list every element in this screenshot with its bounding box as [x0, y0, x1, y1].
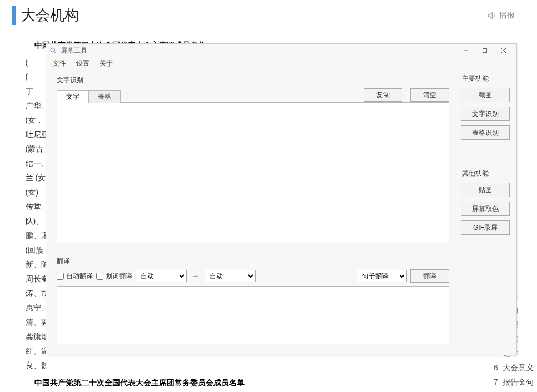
- table-ocr-button[interactable]: 表格识别: [461, 125, 510, 140]
- ocr-button[interactable]: 文字识别: [461, 107, 510, 121]
- body-line: 结一、: [17, 156, 46, 170]
- window-title: 屏幕工具: [61, 46, 87, 56]
- arrow-icon: →: [190, 272, 201, 280]
- body-line: 良、魏: [17, 358, 46, 373]
- body-line: 吐尼亚: [17, 127, 46, 142]
- body-line: (女): [17, 185, 46, 199]
- nav-item[interactable]: 6大会意义: [488, 361, 537, 375]
- audio-label: 播报: [499, 11, 515, 21]
- body-line: (回族: [17, 243, 46, 257]
- audio-broadcast[interactable]: 播报: [487, 11, 515, 21]
- color-picker-button[interactable]: 屏幕取色: [461, 202, 510, 216]
- translate-panel-title: 翻译: [57, 257, 449, 266]
- body-line: 传堂、: [17, 199, 46, 214]
- clear-button[interactable]: 清空: [410, 88, 449, 102]
- sidebar-other-title: 其他功能: [460, 167, 511, 180]
- body-line: 惠宁、: [17, 300, 46, 315]
- menu-bar: 文件 设置 关于: [46, 57, 516, 69]
- menu-settings[interactable]: 设置: [76, 59, 90, 68]
- lang-to-select[interactable]: 自动: [205, 270, 256, 282]
- app-icon: [49, 47, 57, 54]
- minimize-button[interactable]: [456, 44, 475, 57]
- body-text-clip: ( ( 丁 广华、 (女， 吐尼亚 (蒙古 结一、 兰 (女 (女) 传堂、 队…: [17, 55, 46, 373]
- select-translate-checkbox[interactable]: 划词翻译: [96, 272, 132, 281]
- body-line: 新、陈: [17, 257, 46, 272]
- body-line: (蒙古: [17, 142, 46, 156]
- body-line: (: [17, 55, 46, 69]
- title-bar: 屏幕工具: [46, 44, 516, 57]
- body-line: 红、温: [17, 344, 46, 358]
- body-line: 周长奎: [17, 272, 46, 286]
- sidebar-main-title: 主要功能: [460, 72, 511, 86]
- screenshot-button[interactable]: 截图: [461, 88, 510, 102]
- tab-table[interactable]: 表格: [88, 90, 121, 103]
- pin-button[interactable]: 贴图: [461, 183, 510, 197]
- translate-button[interactable]: 翻译: [410, 269, 449, 283]
- svg-rect-3: [483, 49, 487, 53]
- body-line: 涛、胡: [17, 286, 46, 300]
- auto-translate-label: 自动翻译: [66, 272, 93, 281]
- maximize-button[interactable]: [475, 44, 494, 57]
- gif-record-button[interactable]: GIF录屏: [461, 220, 510, 235]
- ocr-panel: 文字识别 文字 表格 复制 清空: [52, 72, 454, 248]
- speaker-icon: [487, 11, 496, 20]
- menu-file[interactable]: 文件: [53, 59, 66, 68]
- translate-mode-select[interactable]: 句子翻译: [357, 270, 407, 282]
- ocr-panel-title: 文字识别: [57, 76, 449, 85]
- svg-point-0: [51, 48, 54, 52]
- body-line: (女，: [17, 113, 46, 127]
- body-line: 兰 (女: [17, 170, 46, 185]
- select-translate-label: 划词翻译: [106, 272, 132, 281]
- ocr-output[interactable]: [57, 102, 449, 243]
- menu-about[interactable]: 关于: [100, 59, 113, 68]
- body-line: 鹏、宋: [17, 228, 46, 243]
- app-window: 屏幕工具 文件 设置 关于 文字识别 文字 表格 复制: [46, 43, 517, 355]
- close-button[interactable]: [494, 44, 513, 57]
- section-heading-2: 中国共产党第二十次全国代表大会主席团常务委员会成员名单: [34, 378, 537, 388]
- translate-output[interactable]: [57, 286, 449, 344]
- title-accent-bar: [12, 6, 16, 25]
- lang-from-select[interactable]: 自动: [136, 270, 187, 282]
- auto-translate-checkbox[interactable]: 自动翻译: [57, 272, 93, 281]
- copy-button[interactable]: 复制: [364, 88, 402, 102]
- ocr-tabs: 文字 表格: [57, 89, 120, 103]
- sidebar: 主要功能 截图 文字识别 表格识别 其他功能 贴图 屏幕取色 GIF录屏: [460, 72, 511, 349]
- nav-item[interactable]: 7报告金句: [488, 375, 537, 390]
- body-line: 龚旗煌: [17, 329, 46, 344]
- body-line: 清、郭: [17, 315, 46, 329]
- body-line: (: [17, 69, 46, 84]
- tab-text[interactable]: 文字: [57, 90, 89, 103]
- body-line: 丁: [17, 84, 46, 98]
- svg-line-1: [54, 52, 56, 53]
- page-title: 大会机构: [21, 6, 79, 25]
- body-line: 队)、: [17, 214, 46, 228]
- body-line: 广华、: [17, 98, 46, 113]
- translate-panel: 翻译 自动翻译 划词翻译 自动 → 自动 句子翻译 翻译: [52, 253, 454, 349]
